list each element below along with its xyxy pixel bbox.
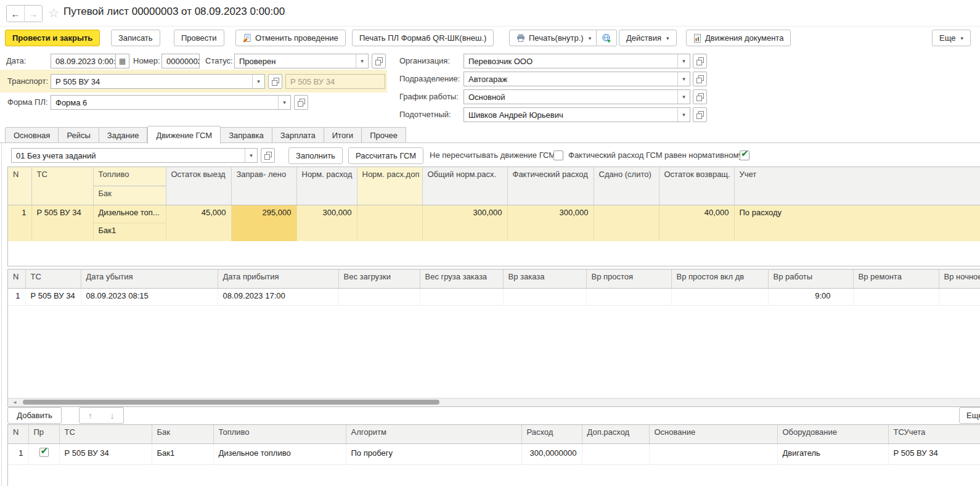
calendar-button[interactable]: ▦ xyxy=(116,54,129,68)
chevron-down-icon[interactable]: ▾ xyxy=(677,90,690,104)
scrollbar-thumb[interactable] xyxy=(23,400,439,405)
document-movements-button[interactable]: Движения документа xyxy=(686,30,791,46)
cell-consumption[interactable]: 300,0000000 xyxy=(521,444,582,465)
transport-open-button[interactable] xyxy=(268,74,282,89)
back-button[interactable]: ← xyxy=(7,6,24,22)
cell-drained[interactable] xyxy=(594,205,659,242)
forward-button[interactable]: → xyxy=(24,6,42,22)
cell-total-norm[interactable]: 300,000 xyxy=(422,205,507,242)
fill-mode-combo[interactable]: 01 Без учета заданий ▾ xyxy=(11,148,258,163)
cell-add-consumption[interactable] xyxy=(582,444,649,465)
number-label: Номер: xyxy=(133,54,160,68)
horizontal-scrollbar[interactable]: ◄ xyxy=(8,398,980,406)
print-internal-button[interactable]: Печать(внутр.) ▾ xyxy=(509,30,598,46)
cell[interactable] xyxy=(853,289,939,306)
cell[interactable] xyxy=(503,289,586,306)
chevron-down-icon[interactable]: ▾ xyxy=(245,149,257,162)
cell-n[interactable]: 1 xyxy=(8,289,25,306)
accountable-open-button[interactable] xyxy=(693,107,707,122)
cell-included[interactable]: ✔ xyxy=(28,444,59,465)
form-pl-combo[interactable]: Форма 6 ▾ xyxy=(51,95,291,110)
cell-equipment[interactable]: Двигатель xyxy=(777,444,888,465)
cell-n[interactable]: 1 xyxy=(8,205,31,242)
accountable-combo[interactable]: Шивков Андрей Юрьевич ▾ xyxy=(463,107,690,122)
cell-rest-return[interactable]: 40,000 xyxy=(659,205,734,242)
cell[interactable] xyxy=(671,289,768,306)
tab-zadanie[interactable]: Задание xyxy=(99,127,148,143)
date-field[interactable]: 08.09.2023 0:00:00 xyxy=(51,54,116,68)
cell-basis[interactable] xyxy=(649,444,777,465)
actions-button[interactable]: Действия ▾ xyxy=(619,30,677,46)
cell[interactable] xyxy=(939,289,980,306)
cell-fuel[interactable]: Дизельное топливо xyxy=(213,444,346,465)
status-open-button[interactable] xyxy=(372,54,386,68)
cell-account[interactable]: По расходу xyxy=(734,205,980,242)
move-up-button[interactable]: ↑ xyxy=(79,407,102,424)
calc-gsm-button[interactable]: Рассчитать ГСМ xyxy=(348,147,423,164)
cell-norm[interactable]: 300,000 xyxy=(296,205,357,242)
cell[interactable] xyxy=(420,289,503,306)
col-header: Алгоритм xyxy=(346,425,521,444)
tab-zapravka[interactable]: Заправка xyxy=(221,127,272,143)
department-open-button[interactable] xyxy=(693,72,707,86)
fill-button[interactable]: Заполнить xyxy=(288,147,343,164)
undo-post-button[interactable]: Отменить проведение xyxy=(235,30,346,46)
cell-algorithm[interactable]: По пробегу xyxy=(346,444,521,465)
date-value: 08.09.2023 0:00:00 xyxy=(51,57,115,66)
department-combo[interactable]: Автогараж ▾ xyxy=(463,72,690,86)
tab-prochee[interactable]: Прочее xyxy=(362,127,406,143)
more-button[interactable]: Еще ▾ xyxy=(932,30,971,46)
active-cell-fueled[interactable]: 295,000 xyxy=(231,205,296,242)
cell-ts[interactable]: Р 505 ВУ 34 xyxy=(25,289,81,306)
cell-tank[interactable]: Бак1 xyxy=(152,444,213,465)
favorite-star-icon[interactable]: ☆ xyxy=(48,6,59,20)
organization-open-button[interactable] xyxy=(693,54,707,68)
tab-reysy[interactable]: Рейсы xyxy=(59,127,99,143)
fact-norm-checkbox[interactable]: ✔ xyxy=(740,150,749,160)
transport-combo[interactable]: Р 505 ВУ 34 ▾ xyxy=(51,74,265,89)
cell-tank[interactable]: Бак1 xyxy=(94,223,166,241)
chevron-down-icon[interactable]: ▾ xyxy=(252,75,264,88)
chevron-down-icon[interactable]: ▾ xyxy=(677,54,690,68)
cell-ts-account[interactable]: Р 505 ВУ 34 xyxy=(888,444,980,465)
cell-ts[interactable]: Р 505 ВУ 34 xyxy=(31,205,93,242)
form-pl-open-button[interactable] xyxy=(294,95,308,110)
status-combo[interactable]: Проверен ▾ xyxy=(234,54,369,68)
organization-combo[interactable]: Перевозчик ООО ▾ xyxy=(463,54,690,68)
cell-fact[interactable]: 300,000 xyxy=(507,205,594,242)
chevron-down-icon[interactable]: ▾ xyxy=(677,108,690,122)
cell-arrival[interactable]: 08.09.2023 17:00 xyxy=(218,289,338,306)
post-button[interactable]: Провести xyxy=(174,30,224,46)
print-form6-button[interactable]: Печать ПЛ Форма6 QR-ШК(внеш.) xyxy=(352,30,494,46)
chevron-down-icon[interactable]: ▾ xyxy=(677,72,690,86)
cell-ts[interactable]: Р 505 ВУ 34 xyxy=(59,444,152,465)
save-button[interactable]: Записать xyxy=(111,30,160,46)
scroll-left-icon[interactable]: ◄ xyxy=(12,400,17,405)
cell-departure[interactable]: 08.09.2023 08:15 xyxy=(81,289,218,306)
tab-dvizhenie-gsm[interactable]: Движение ГСМ xyxy=(147,126,221,144)
tab-osnovnaya[interactable]: Основная xyxy=(5,127,59,143)
move-down-button[interactable]: ↓ xyxy=(101,407,124,424)
no-recalc-checkbox[interactable] xyxy=(553,150,563,160)
number-field[interactable]: 00000003 xyxy=(161,54,200,68)
chevron-down-icon[interactable]: ▾ xyxy=(278,96,290,109)
row-checkbox[interactable]: ✔ xyxy=(39,448,49,457)
fill-mode-open-button[interactable] xyxy=(261,148,275,163)
schedule-open-button[interactable] xyxy=(693,89,707,104)
table-more-button[interactable]: Еще xyxy=(959,407,980,424)
cell-work-time[interactable]: 9:00 xyxy=(768,289,853,306)
cell-fuel[interactable]: Дизельное топ... xyxy=(94,205,166,223)
cell-fuel-tank[interactable]: Дизельное топ... Бак1 xyxy=(93,205,166,242)
post-and-close-button[interactable]: Провести и закрыть xyxy=(5,30,100,46)
schedule-combo[interactable]: Основной ▾ xyxy=(463,89,690,104)
cell[interactable] xyxy=(586,289,671,306)
web-refresh-button[interactable] xyxy=(596,30,617,46)
chevron-down-icon[interactable]: ▾ xyxy=(356,54,368,68)
add-row-button[interactable]: Добавить xyxy=(7,407,62,424)
cell[interactable] xyxy=(338,289,420,306)
cell-rest-out[interactable]: 45,000 xyxy=(166,205,231,242)
cell-norm-add[interactable] xyxy=(357,205,422,242)
tab-zarplata[interactable]: Зарплата xyxy=(272,127,324,143)
cell-n[interactable]: 1 xyxy=(8,444,28,465)
tab-itogi[interactable]: Итоги xyxy=(324,127,362,143)
